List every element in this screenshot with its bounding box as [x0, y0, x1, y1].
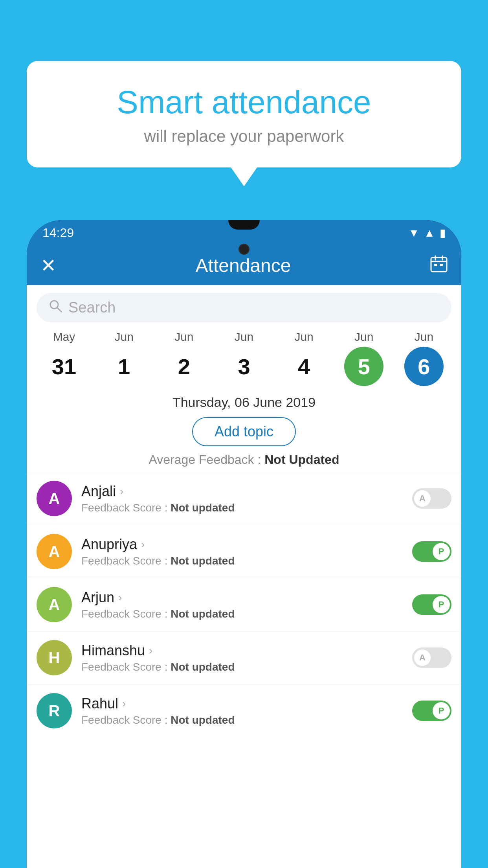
toggle-knob: A	[414, 490, 431, 507]
feedback-score: Feedback Score : Not updated	[81, 502, 235, 514]
student-row[interactable]: AAnjali ›Feedback Score : Not updatedA	[27, 472, 461, 525]
feedback-score-value: Not updated	[171, 608, 235, 620]
date-column[interactable]: Jun5	[336, 330, 391, 386]
search-input[interactable]: Search	[68, 299, 116, 316]
feedback-score: Feedback Score : Not updated	[81, 714, 235, 726]
student-left: AAnupriya ›Feedback Score : Not updated	[37, 534, 235, 569]
student-row[interactable]: HHimanshu ›Feedback Score : Not updatedA	[27, 631, 461, 684]
date-month-label: Jun	[174, 330, 193, 344]
calendar-icon[interactable]	[430, 255, 448, 276]
camera-dot	[238, 244, 250, 255]
date-column[interactable]: Jun1	[97, 330, 152, 386]
attendance-toggle[interactable]: P	[412, 594, 451, 615]
toggle-on[interactable]: P	[412, 594, 451, 615]
chevron-icon: ›	[122, 697, 126, 710]
avatar: H	[37, 640, 72, 675]
speech-bubble-subtitle: will replace your paperwork	[46, 127, 442, 146]
date-number[interactable]: 5	[344, 347, 383, 386]
student-name: Himanshu ›	[81, 642, 235, 659]
attendance-toggle[interactable]: P	[412, 541, 451, 562]
status-bar-icons: ▼ ▲ ▮	[409, 226, 446, 239]
student-name: Anjali ›	[81, 483, 235, 500]
phone-frame: 14:29 ▼ ▲ ▮ ✕ Attendance	[27, 220, 461, 868]
feedback-score-value: Not updated	[171, 661, 235, 673]
status-bar-time: 14:29	[42, 226, 74, 240]
student-left: RRahul ›Feedback Score : Not updated	[37, 693, 235, 728]
avatar: A	[37, 534, 72, 569]
student-name: Arjun ›	[81, 589, 235, 606]
phone-content: Search May31Jun1Jun2Jun3Jun4Jun5Jun6 Thu…	[27, 285, 461, 868]
app-title: Attendance	[196, 255, 291, 276]
chevron-icon: ›	[120, 485, 123, 498]
date-number[interactable]: 4	[284, 347, 324, 386]
student-left: AArjun ›Feedback Score : Not updated	[37, 587, 235, 622]
search-icon	[48, 299, 62, 316]
search-bar[interactable]: Search	[37, 293, 451, 322]
chevron-icon: ›	[118, 591, 122, 604]
date-column[interactable]: May31	[37, 330, 92, 386]
toggle-knob: P	[433, 596, 450, 613]
battery-icon: ▮	[440, 226, 446, 239]
date-month-label: Jun	[354, 330, 373, 344]
date-month-label: Jun	[114, 330, 133, 344]
attendance-toggle[interactable]: P	[412, 701, 451, 721]
student-info: Rahul ›Feedback Score : Not updated	[81, 695, 235, 726]
date-column[interactable]: Jun6	[396, 330, 451, 386]
student-row[interactable]: AAnupriya ›Feedback Score : Not updatedP	[27, 525, 461, 578]
signal-icon: ▲	[424, 227, 435, 239]
chevron-icon: ›	[149, 644, 152, 657]
toggle-on[interactable]: P	[412, 541, 451, 562]
date-number[interactable]: 6	[404, 347, 444, 386]
student-row[interactable]: AArjun ›Feedback Score : Not updatedP	[27, 578, 461, 631]
student-info: Himanshu ›Feedback Score : Not updated	[81, 642, 235, 673]
student-info: Anupriya ›Feedback Score : Not updated	[81, 536, 235, 567]
selected-date-label: Thursday, 06 June 2019	[27, 395, 461, 410]
date-month-label: Jun	[294, 330, 313, 344]
toggle-on[interactable]: P	[412, 701, 451, 721]
avatar: A	[37, 481, 72, 516]
svg-rect-0	[431, 257, 447, 272]
feedback-score-value: Not updated	[171, 714, 235, 726]
speech-bubble-card: Smart attendance will replace your paper…	[27, 61, 461, 167]
feedback-score-value: Not updated	[171, 555, 235, 567]
toggle-off[interactable]: A	[412, 647, 451, 668]
feedback-score: Feedback Score : Not updated	[81, 555, 235, 567]
date-number[interactable]: 1	[105, 347, 144, 386]
avg-feedback-label: Average Feedback :	[149, 452, 261, 467]
svg-line-7	[57, 307, 61, 312]
svg-rect-4	[434, 264, 437, 266]
student-row[interactable]: RRahul ›Feedback Score : Not updatedP	[27, 684, 461, 737]
student-list: AAnjali ›Feedback Score : Not updatedAAA…	[27, 472, 461, 737]
feedback-score: Feedback Score : Not updated	[81, 661, 235, 673]
date-number[interactable]: 3	[224, 347, 264, 386]
chevron-icon: ›	[141, 538, 145, 551]
add-topic-button[interactable]: Add topic	[192, 417, 296, 446]
date-column[interactable]: Jun2	[156, 330, 211, 386]
date-column[interactable]: Jun3	[216, 330, 272, 386]
toggle-knob: P	[433, 543, 450, 560]
date-number[interactable]: 31	[44, 347, 84, 386]
attendance-toggle[interactable]: A	[412, 488, 451, 509]
date-number[interactable]: 2	[164, 347, 204, 386]
student-info: Arjun ›Feedback Score : Not updated	[81, 589, 235, 620]
date-month-label: May	[53, 330, 75, 344]
toggle-knob: A	[414, 649, 431, 666]
student-name: Anupriya ›	[81, 536, 235, 553]
attendance-toggle[interactable]: A	[412, 647, 451, 668]
student-left: HHimanshu ›Feedback Score : Not updated	[37, 640, 235, 675]
avatar: A	[37, 587, 72, 622]
feedback-score: Feedback Score : Not updated	[81, 608, 235, 620]
avatar: R	[37, 693, 72, 728]
toggle-knob: P	[433, 702, 450, 719]
student-info: Anjali ›Feedback Score : Not updated	[81, 483, 235, 514]
student-name: Rahul ›	[81, 695, 235, 712]
avg-feedback-value: Not Updated	[264, 452, 339, 467]
date-month-label: Jun	[235, 330, 253, 344]
date-column[interactable]: Jun4	[277, 330, 332, 386]
close-button[interactable]: ✕	[40, 254, 56, 276]
toggle-off[interactable]: A	[412, 488, 451, 509]
student-left: AAnjali ›Feedback Score : Not updated	[37, 481, 235, 516]
feedback-score-value: Not updated	[171, 502, 235, 514]
wifi-icon: ▼	[409, 227, 420, 239]
average-feedback: Average Feedback : Not Updated	[27, 452, 461, 467]
